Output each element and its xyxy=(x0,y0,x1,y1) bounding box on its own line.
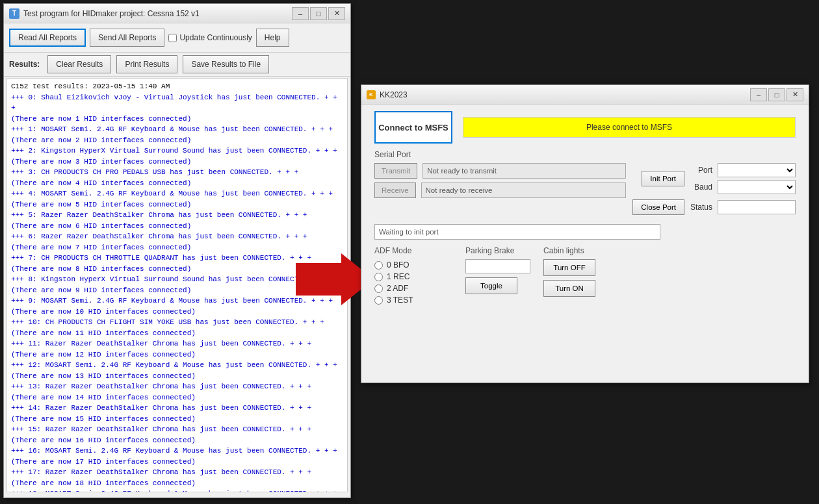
adf-option-1[interactable]: 1 REC xyxy=(374,272,452,281)
list-item: (There are now 13 HID interfaces connect… xyxy=(11,371,343,382)
list-item: (There are now 8 HID interfaces connecte… xyxy=(11,264,343,275)
list-item: C152 test results: 2023-05-15 1:40 AM xyxy=(11,81,343,92)
adf-radio-1[interactable] xyxy=(374,273,383,281)
window1-icon: T xyxy=(9,8,20,19)
port-select[interactable] xyxy=(718,163,796,177)
list-item: +++ 13: Razer Razer DeathStalker Chroma … xyxy=(11,381,343,392)
list-item: (There are now 16 HID interfaces connect… xyxy=(11,435,343,446)
close-port-button[interactable]: Close Port xyxy=(632,199,684,215)
help-button[interactable]: Help xyxy=(256,29,289,47)
serial-layout: Transmit Receive Init Port Port xyxy=(374,163,796,215)
list-item: +++ 10: CH PRODUCTS CH FLIGHT SIM YOKE U… xyxy=(11,317,343,328)
adf-radio-2[interactable] xyxy=(374,284,383,293)
port-controls: Init Port Port Baud xyxy=(632,163,796,215)
msfs-status-display: Please connect to MSFS xyxy=(463,117,796,138)
list-item: +++ 18: MOSART Semi. 2.4G RF Keyboard & … xyxy=(11,488,343,492)
bottom-section: ADF Mode 0 BFO 1 REC 2 ADF 3 TEST xyxy=(361,240,809,311)
adf-radio-3[interactable] xyxy=(374,296,383,305)
adf-option-0-label: 0 BFO xyxy=(387,260,410,270)
baud-row: Baud xyxy=(690,180,796,194)
waiting-status-input xyxy=(374,224,660,240)
parking-label: Parking Brake xyxy=(465,246,530,255)
window1-title: Test program for HIDmaker project: Cessn… xyxy=(23,9,288,18)
list-item: +++ 11: Razer Razer DeathStalker Chroma … xyxy=(11,338,343,349)
adf-option-0[interactable]: 0 BFO xyxy=(374,260,452,270)
print-results-button[interactable]: Print Results xyxy=(116,55,177,73)
adf-option-3[interactable]: 3 TEST xyxy=(374,296,452,305)
parking-value-input xyxy=(465,259,530,273)
baud-select[interactable] xyxy=(718,180,796,194)
maximize-button-2[interactable]: □ xyxy=(768,88,785,101)
port-row: Port xyxy=(690,163,796,177)
status-row: Status xyxy=(690,200,796,214)
list-item: +++ 0: Shaul Eizikovich vJoy - Virtual J… xyxy=(11,92,343,114)
receive-button: Receive xyxy=(374,183,416,198)
clear-results-button[interactable]: Clear Results xyxy=(47,55,111,73)
maximize-button-1[interactable]: □ xyxy=(310,7,327,20)
list-item: (There are now 11 HID interfaces connect… xyxy=(11,328,343,339)
toggle-button[interactable]: Toggle xyxy=(465,277,517,294)
list-item: (There are now 15 HID interfaces connect… xyxy=(11,414,343,425)
adf-option-2[interactable]: 2 ADF xyxy=(374,284,452,293)
transmit-status-input xyxy=(422,163,626,179)
list-item: (There are now 7 HID interfaces connecte… xyxy=(11,242,343,253)
close-button-2[interactable]: ✕ xyxy=(786,88,803,101)
adf-radio-group: 0 BFO 1 REC 2 ADF 3 TEST xyxy=(374,260,452,305)
list-item: +++ 12: MOSART Semi. 2.4G RF Keyboard & … xyxy=(11,360,343,371)
title-bar-2: K KK2023 – □ ✕ xyxy=(361,85,809,105)
list-item: (There are now 9 HID interfaces connecte… xyxy=(11,285,343,296)
close-button-1[interactable]: ✕ xyxy=(328,7,345,20)
list-item: (There are now 1 HID interfaces connecte… xyxy=(11,114,343,125)
save-results-button[interactable]: Save Results to File xyxy=(183,55,269,73)
turn-on-button[interactable]: Turn ON xyxy=(543,280,595,297)
update-continuously-checkbox[interactable] xyxy=(168,34,177,42)
list-item: +++ 4: MOSART Semi. 2.4G RF Keyboard & M… xyxy=(11,188,343,199)
window2-icon: K xyxy=(367,90,376,99)
adf-option-1-label: 1 REC xyxy=(387,272,410,281)
list-item: (There are now 3 HID interfaces connecte… xyxy=(11,157,343,168)
list-item: (There are now 14 HID interfaces connect… xyxy=(11,392,343,403)
window1-controls: – □ ✕ xyxy=(292,7,345,20)
baud-label: Baud xyxy=(690,183,712,192)
minimize-button-1[interactable]: – xyxy=(292,7,309,20)
list-item: +++ 17: Razer Razer DeathStalker Chroma … xyxy=(11,467,343,478)
serial-port-label: Serial Port xyxy=(374,150,796,159)
list-item: +++ 14: Razer Razer DeathStalker Chroma … xyxy=(11,403,343,414)
port-label: Port xyxy=(690,166,712,175)
adf-option-2-label: 2 ADF xyxy=(387,284,408,293)
waiting-row xyxy=(374,224,796,240)
init-port-button[interactable]: Init Port xyxy=(642,171,684,186)
list-item: +++ 7: CH PRODUCTS CH THROTTLE QUADRANT … xyxy=(11,253,343,264)
receive-status-input xyxy=(421,183,627,198)
list-item: (There are now 17 HID interfaces connect… xyxy=(11,457,343,468)
parking-section: Parking Brake Toggle xyxy=(465,246,530,305)
list-item: (There are now 10 HID interfaces connect… xyxy=(11,307,343,318)
status-value-input xyxy=(718,200,796,214)
list-item: (There are now 12 HID interfaces connect… xyxy=(11,349,343,360)
status-label: Status xyxy=(690,203,712,212)
list-item: (There are now 2 HID interfaces connecte… xyxy=(11,135,343,146)
window2: K KK2023 – □ ✕ Connect to MSFS Please co… xyxy=(361,84,809,383)
list-item: (There are now 18 HID interfaces connect… xyxy=(11,478,343,489)
update-continuously-checkbox-label[interactable]: Update Continuously xyxy=(168,33,252,42)
adf-label: ADF Mode xyxy=(374,246,452,255)
list-item: (There are now 4 HID interfaces connecte… xyxy=(11,178,343,189)
list-item: +++ 9: MOSART Semi. 2.4G RF Keyboard & M… xyxy=(11,296,343,307)
cabin-label: Cabin lights xyxy=(543,246,602,255)
connect-msfs-button[interactable]: Connect to MSFS xyxy=(374,111,452,144)
read-all-reports-button[interactable]: Read All Reports xyxy=(9,29,86,47)
list-item: +++ 3: CH PRODUCTS CH PRO PEDALS USB has… xyxy=(11,167,343,178)
list-item: +++ 6: Razer Razer DeathStalker Chroma h… xyxy=(11,231,343,242)
list-item: +++ 5: Razer Razer DeathStalker Chroma h… xyxy=(11,210,343,221)
turn-off-button[interactable]: Turn OFF xyxy=(543,259,595,276)
results-label: Results: xyxy=(9,60,40,69)
serial-controls: Transmit Receive xyxy=(374,163,626,198)
minimize-button-2[interactable]: – xyxy=(750,88,767,101)
transmit-button: Transmit xyxy=(374,163,417,179)
send-all-reports-button[interactable]: Send All Reports xyxy=(90,29,164,47)
window1: T Test program for HIDmaker project: Ces… xyxy=(3,3,351,498)
window1-toolbar: Read All Reports Send All Reports Update… xyxy=(4,23,350,53)
adf-radio-0[interactable] xyxy=(374,261,383,270)
connect-row: Connect to MSFS Please connect to MSFS xyxy=(361,105,809,150)
adf-section: ADF Mode 0 BFO 1 REC 2 ADF 3 TEST xyxy=(374,246,452,305)
